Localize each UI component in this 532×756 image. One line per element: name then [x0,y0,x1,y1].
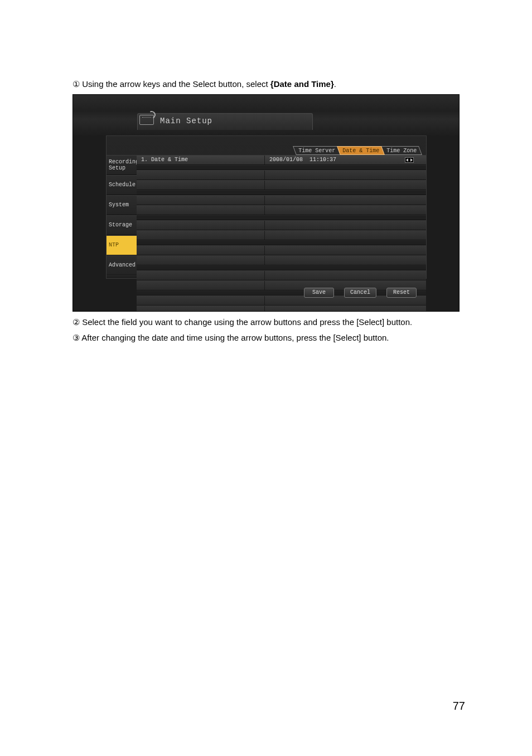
tab-date-time-label: Date & Time [342,148,379,154]
save-button[interactable]: Save [304,288,334,298]
row-date-time[interactable]: 1. Date & Time 2008/01/08 11:10:37 [137,155,426,165]
settings-rows: 1. Date & Time 2008/01/08 11:10:37 [137,155,426,278]
row-gap-5 [137,265,426,270]
row-blank-2b [137,205,426,215]
sidebar-item-ntp[interactable]: NTP [107,235,137,255]
row-date-time-value[interactable]: 2008/01/08 11:10:37 [265,156,426,164]
tab-time-zone[interactable]: Time Zone [381,146,422,155]
settings-panel: Time Server Date & Time Time Zone Record… [106,135,427,279]
tab-date-time[interactable]: Date & Time [337,146,385,155]
row-blank-1b [137,180,426,190]
row-blank-4a [137,245,426,255]
left-right-stepper-icon[interactable] [405,157,414,163]
row-date-time-label: 1. Date & Time [137,156,265,164]
sidebar-item-advanced[interactable]: Advanced [107,255,137,275]
row-gap-3 [137,215,426,220]
embedded-screenshot: Main Setup Time Server Date & Time Time … [72,94,460,312]
instruction-3-text: ③ After changing the date and time using… [72,333,389,342]
instruction-2-text: ② Select the field you want to change us… [72,317,412,327]
instruction-1-suffix: . [334,79,336,89]
button-bar: Save Cancel Reset [304,288,417,298]
row-blank-3b [137,230,426,240]
sidebar-item-system[interactable]: System [107,195,137,215]
window-title: Main Setup [160,117,212,125]
row-blank-2a [137,195,426,205]
row-blank-3a [137,220,426,230]
sidebar: Recording Setup Schedule System Storage … [107,155,137,278]
sidebar-item-schedule[interactable]: Schedule [107,175,137,195]
cancel-button[interactable]: Cancel [344,288,376,298]
tab-time-server[interactable]: Time Server [293,146,341,155]
tab-time-server-label: Time Server [298,148,335,154]
sidebar-spacer [107,275,137,285]
instruction-1-prefix: ① Using the arrow keys and the Select bu… [72,79,270,89]
row-gap-2 [137,190,426,195]
sidebar-item-storage[interactable]: Storage [107,215,137,235]
title-device-icon [139,115,154,125]
row-blank-5a [137,270,426,280]
row-gap-1 [137,165,426,170]
page-number: 77 [453,700,465,713]
row-blank-4b [137,255,426,265]
instruction-1-bold: {Date and Time} [270,79,334,89]
time-value[interactable]: 11:10:37 [309,157,336,163]
tab-time-zone-label: Time Zone [386,148,417,154]
tabs-row: Time Server Date & Time Time Zone [295,145,420,155]
row-blank-6b [137,306,426,312]
row-gap-4 [137,240,426,245]
instruction-1: ① Using the arrow keys and the Select bu… [72,78,460,91]
instruction-3: ③ After changing the date and time using… [72,332,460,345]
row-blank-1a [137,170,426,180]
sidebar-item-recording-setup[interactable]: Recording Setup [107,155,137,175]
instruction-2: ② Select the field you want to change us… [72,316,460,329]
date-value[interactable]: 2008/01/08 [269,157,303,163]
reset-button[interactable]: Reset [386,288,417,298]
